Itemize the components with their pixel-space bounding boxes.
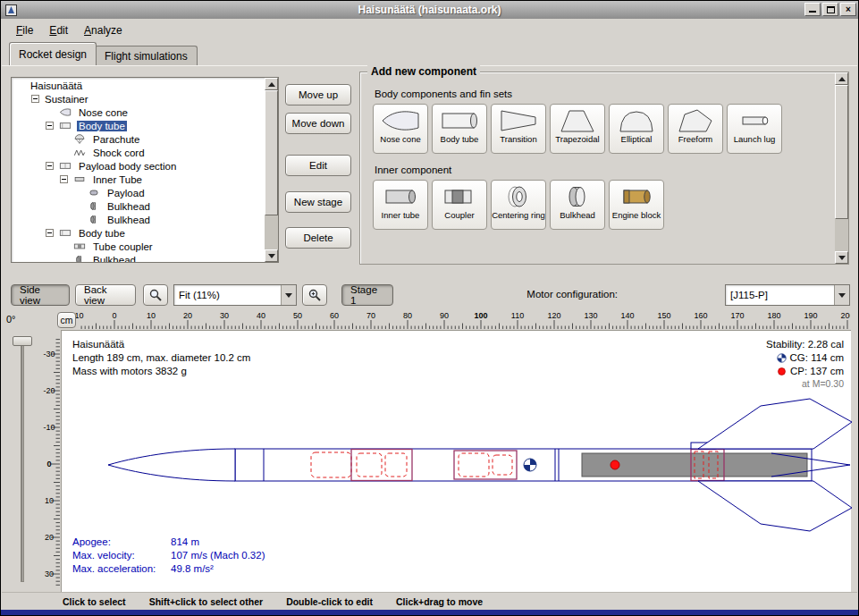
taskbar-edge: [1, 610, 858, 616]
tree-item-label: Payload body section: [77, 161, 178, 172]
svg-text:130: 130: [584, 311, 597, 320]
svg-text:170: 170: [730, 311, 744, 320]
design-canvas[interactable]: Haisunäätä Length 189 cm, max. diameter …: [61, 330, 851, 592]
tree-item-tube-coupler[interactable]: Tube coupler: [12, 240, 265, 253]
hint-click-drag: Click+drag to move: [396, 596, 483, 607]
tree-item-label: Payload: [105, 188, 147, 198]
rocket-design-panel: HaisunäätäSustainerNose coneBody tubePar…: [2, 65, 857, 271]
tree-item-shock-cord[interactable]: Shock cord: [12, 146, 265, 159]
close-button[interactable]: ×: [840, 3, 856, 16]
tree-item-inner-tube[interactable]: Inner Tube: [12, 173, 265, 186]
minimize-button[interactable]: [804, 3, 821, 16]
tree-collapse-icon[interactable]: [60, 175, 68, 183]
svg-text:160: 160: [694, 311, 707, 320]
tree-item-body-tube[interactable]: Body tube: [12, 226, 265, 240]
rocket-mass: Mass with motors 3832 g: [72, 365, 250, 377]
apogee-label: Apogee:: [72, 536, 171, 549]
tree-collapse-icon[interactable]: [31, 95, 39, 103]
scrollbar-thumb[interactable]: [835, 85, 848, 219]
bulkhead-icon: [86, 214, 102, 225]
tree-item-bulkhead[interactable]: Bulkhead: [12, 213, 265, 226]
tree-item-label: Parachute: [91, 134, 141, 145]
tree-item-payload[interactable]: Payload: [12, 186, 265, 199]
palette-item-label: Freeform: [678, 135, 713, 144]
move-up-button[interactable]: Move up: [285, 84, 351, 105]
scroll-down-button[interactable]: [835, 251, 848, 264]
coupler-icon: [440, 183, 479, 210]
tree-item-haisun-t-[interactable]: Haisunäätä: [12, 79, 265, 92]
chevron-down-icon: [838, 293, 846, 298]
scroll-up-button[interactable]: [835, 72, 848, 85]
add-body-tube-button[interactable]: Body tube: [432, 104, 487, 154]
delete-button[interactable]: Delete: [285, 227, 351, 249]
add-bulkhead-button[interactable]: Bulkhead: [550, 180, 605, 230]
back-view-button[interactable]: Back view: [75, 284, 136, 306]
tree-collapse-icon[interactable]: [46, 229, 54, 237]
section-icon: [57, 160, 73, 172]
add-inner-tube-button[interactable]: Inner tube: [373, 180, 428, 230]
new-stage-button[interactable]: New stage: [285, 191, 351, 213]
add-engine-block-button[interactable]: Engine block: [609, 180, 664, 230]
motor-configuration-value: [J115-P]: [726, 290, 834, 300]
tab-rocket-design[interactable]: Rocket design: [9, 42, 97, 65]
scrollbar-thumb[interactable]: [265, 90, 278, 215]
menu-edit[interactable]: Edit: [42, 22, 75, 38]
svg-text:50: 50: [293, 311, 302, 320]
combo-arrow-button[interactable]: [834, 285, 849, 305]
tree-item-nose-cone[interactable]: Nose cone: [12, 105, 265, 119]
menu-file[interactable]: File: [9, 22, 40, 38]
palette-item-label: Launch lug: [734, 135, 775, 144]
rotation-slider-handle[interactable]: [13, 336, 32, 346]
side-view-button[interactable]: Side view: [11, 284, 70, 306]
tree-scrollbar[interactable]: [265, 78, 278, 262]
add-trapezoidal-button[interactable]: Trapezoidal: [550, 104, 605, 154]
scroll-up-button[interactable]: [265, 78, 278, 90]
add-nose-cone-button[interactable]: Nose cone: [373, 104, 428, 154]
scrollbar-track[interactable]: [265, 90, 278, 249]
maximize-button[interactable]: [822, 3, 838, 16]
motor-configuration-combobox[interactable]: [J115-P]: [725, 284, 850, 306]
tree-item-sustainer[interactable]: Sustainer: [12, 92, 265, 105]
edit-button[interactable]: Edit: [285, 155, 351, 176]
unit-button[interactable]: cm: [57, 312, 76, 328]
tab-flight-simulations[interactable]: Flight simulations: [95, 46, 198, 65]
add-centering-ring-button[interactable]: Centering ring: [491, 180, 546, 230]
tree-item-bulkhead[interactable]: Bulkhead: [12, 199, 265, 213]
move-down-button[interactable]: Move down: [285, 113, 351, 134]
zoom-fit-combobox[interactable]: Fit (11%): [173, 284, 297, 306]
rotation-slider-strip: [2, 330, 34, 592]
tree-item-label: Body tube: [77, 121, 127, 131]
tree-item-body-tube[interactable]: Body tube: [12, 119, 265, 132]
palette-scrollbar[interactable]: [835, 72, 848, 264]
add-elliptical-button[interactable]: Elliptical: [609, 104, 664, 154]
scroll-down-button[interactable]: [265, 249, 278, 262]
svg-text:190: 190: [804, 311, 817, 320]
palette-item-label: Coupler: [444, 211, 474, 220]
stage-1-toggle[interactable]: Stage 1: [341, 284, 393, 306]
tree-item-payload-body-section[interactable]: Payload body section: [12, 159, 265, 173]
zoom-out-button[interactable]: [143, 284, 168, 306]
scrollbar-track[interactable]: [835, 85, 848, 251]
combo-arrow-button[interactable]: [281, 285, 296, 305]
add-transition-button[interactable]: Transition: [491, 104, 546, 154]
tree-collapse-icon[interactable]: [46, 162, 54, 170]
tree-item-parachute[interactable]: Parachute: [12, 132, 265, 146]
svg-text:80: 80: [403, 311, 412, 320]
svg-text:20: 20: [45, 533, 54, 542]
tree-item-label: Body tube: [77, 228, 127, 239]
add-freeform-button[interactable]: Freeform: [668, 104, 723, 154]
tree-item-bulkhead[interactable]: Bulkhead: [12, 253, 265, 263]
titlebar[interactable]: Haisunäätä (haisunaata.ork) ×: [1, 1, 858, 19]
fin-lower-shape: [698, 481, 852, 531]
flight-data-block: Apogee:814 m Max. velocity:107 m/s (Mach…: [72, 536, 265, 576]
rotation-slider-track[interactable]: [21, 339, 24, 582]
menu-analyze[interactable]: Analyze: [77, 22, 130, 38]
svg-text:30: 30: [45, 570, 54, 578]
svg-text:70: 70: [366, 311, 375, 320]
view-toolbar: Side view Back view Fit (11%) Stage 1 Mo…: [2, 280, 857, 310]
tree-collapse-icon[interactable]: [46, 122, 54, 130]
add-launch-lug-button[interactable]: Launch lug: [727, 104, 782, 154]
zoom-in-button[interactable]: [302, 284, 327, 306]
svg-text:200: 200: [840, 311, 850, 320]
add-coupler-button[interactable]: Coupler: [432, 180, 487, 230]
